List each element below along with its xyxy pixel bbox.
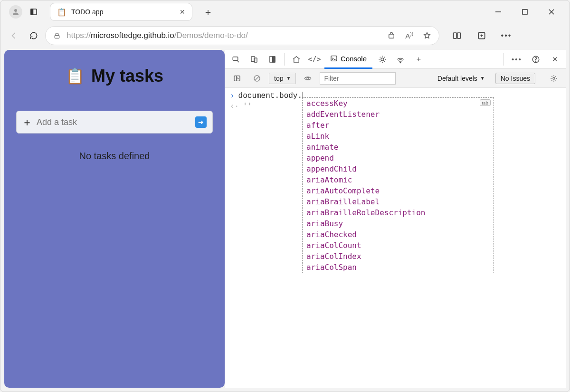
- devtools-close-button[interactable]: ✕: [547, 52, 563, 67]
- svg-rect-4: [522, 10, 527, 14]
- autocomplete-item[interactable]: ariaBusy: [303, 218, 494, 229]
- scroll-thumb[interactable]: [494, 105, 494, 143]
- page-title: 📋 My tasks: [66, 66, 163, 86]
- svg-rect-7: [55, 35, 59, 38]
- url-text: https://microsoftedge.github.io/Demos/de…: [66, 31, 248, 40]
- svg-rect-10: [457, 33, 461, 38]
- autocomplete-item[interactable]: ariaChecked: [303, 229, 494, 240]
- autocomplete-item[interactable]: ariaAtomic: [303, 174, 494, 185]
- profile-button[interactable]: [9, 5, 22, 19]
- svg-line-28: [255, 76, 259, 80]
- titlebar: 📋 TODO app ✕ ＋: [0, 0, 570, 23]
- svg-rect-25: [234, 76, 240, 81]
- svg-rect-8: [389, 34, 394, 38]
- tab-hint: tab: [480, 99, 491, 106]
- plus-icon: ＋: [22, 116, 32, 129]
- dock-button[interactable]: [264, 52, 280, 67]
- url-field[interactable]: https://microsoftedge.github.io/Demos/de…: [45, 26, 439, 45]
- devtools-help-button[interactable]: [528, 52, 544, 67]
- autocomplete-item[interactable]: ariaBrailleRoleDescription: [303, 207, 494, 218]
- autocomplete-item[interactable]: append: [303, 153, 494, 163]
- scroll-down-arrow[interactable]: ▼: [494, 268, 494, 273]
- live-expression-button[interactable]: [300, 71, 316, 86]
- svg-rect-2: [31, 9, 33, 15]
- console-settings-button[interactable]: [546, 71, 562, 86]
- chevron-left-icon: ‹·: [230, 102, 239, 111]
- read-aloud-button[interactable]: A)): [405, 31, 413, 40]
- browser-window: 📋 TODO app ✕ ＋ https://microsoftedge.git…: [0, 0, 570, 392]
- device-button[interactable]: [246, 52, 262, 67]
- log-levels-selector[interactable]: Default levels ▼: [437, 75, 485, 82]
- svg-point-29: [307, 77, 309, 79]
- clear-console-button[interactable]: [249, 71, 265, 86]
- autocomplete-scrollbar[interactable]: ▲ ▼: [494, 98, 494, 273]
- maximize-button[interactable]: [519, 6, 531, 18]
- svg-rect-18: [273, 57, 275, 62]
- autocomplete-item[interactable]: ariaColIndex: [303, 251, 494, 262]
- more-button[interactable]: •••: [500, 29, 513, 42]
- autocomplete-item[interactable]: ariaColCount: [303, 240, 494, 251]
- more-tabs-button[interactable]: ＋: [410, 52, 427, 67]
- autocomplete-item[interactable]: appendChild: [303, 163, 494, 174]
- clipboard-icon: 📋: [57, 8, 66, 17]
- autocomplete-item[interactable]: animate: [303, 142, 494, 153]
- tab-title: TODO app: [71, 8, 175, 16]
- lock-icon: [53, 32, 61, 39]
- svg-rect-9: [454, 33, 457, 38]
- empty-state: No tasks defined: [79, 151, 150, 162]
- console-filter-input[interactable]: [320, 72, 396, 85]
- collections-button[interactable]: [475, 29, 488, 42]
- autocomplete-item[interactable]: after: [303, 120, 494, 131]
- autocomplete-item[interactable]: ariaColSpan: [303, 262, 494, 273]
- autocomplete-item[interactable]: addEventListener: [303, 109, 494, 120]
- clipboard-icon: 📋: [66, 67, 85, 85]
- elements-tab[interactable]: </>: [306, 52, 323, 67]
- todo-page: 📋 My tasks ＋ ➔ No tasks defined: [4, 50, 225, 388]
- close-window-button[interactable]: [546, 6, 557, 18]
- add-task-input[interactable]: [37, 117, 190, 127]
- refresh-button[interactable]: [25, 27, 42, 44]
- back-button[interactable]: [5, 27, 22, 44]
- context-selector[interactable]: top ▼: [269, 73, 296, 84]
- console-toolbar: top ▼ Default levels ▼ No Issues: [225, 69, 566, 88]
- autocomplete-item[interactable]: ariaAutoComplete: [303, 185, 494, 196]
- autocomplete-item[interactable]: aLink: [303, 131, 494, 142]
- minimize-button[interactable]: [493, 6, 504, 18]
- tab-actions-button[interactable]: [27, 5, 40, 19]
- scroll-up-arrow[interactable]: ▲: [494, 98, 494, 103]
- split-screen-button[interactable]: [451, 29, 463, 42]
- chevron-right-icon: ›: [230, 92, 235, 100]
- new-tab-button[interactable]: ＋: [201, 5, 215, 19]
- network-tab[interactable]: [392, 52, 408, 67]
- devtools-more-button[interactable]: •••: [509, 52, 525, 67]
- svg-point-22: [400, 62, 401, 63]
- svg-point-24: [535, 61, 536, 61]
- devtools-panel: </> Console ＋ ••• ✕ top ▼: [225, 50, 566, 388]
- console-tab[interactable]: Console: [324, 50, 372, 69]
- add-task-field[interactable]: ＋ ➔: [16, 111, 213, 134]
- autocomplete-item[interactable]: accessKey: [303, 98, 494, 109]
- console-body[interactable]: › document.body. ‹· '' tab accessKeyaddE…: [225, 88, 566, 388]
- tab-close-button[interactable]: ✕: [180, 8, 185, 16]
- favorite-button[interactable]: [423, 31, 431, 40]
- svg-rect-19: [331, 56, 337, 61]
- shopping-icon[interactable]: [387, 31, 396, 40]
- svg-point-21: [381, 58, 384, 61]
- devtools-tabbar: </> Console ＋ ••• ✕: [225, 50, 566, 69]
- welcome-tab[interactable]: [288, 52, 304, 67]
- browser-tab[interactable]: 📋 TODO app ✕: [50, 3, 192, 21]
- address-bar: https://microsoftedge.github.io/Demos/de…: [0, 23, 570, 48]
- sources-tab[interactable]: [374, 52, 390, 67]
- svg-point-0: [14, 9, 17, 12]
- sidebar-toggle[interactable]: [229, 71, 245, 86]
- autocomplete-item[interactable]: ariaBrailleLabel: [303, 196, 494, 207]
- inspect-button[interactable]: [228, 52, 244, 67]
- autocomplete-popup[interactable]: tab accessKeyaddEventListenerafteraLinka…: [302, 97, 494, 273]
- issues-button[interactable]: No Issues: [495, 73, 535, 84]
- svg-point-30: [553, 77, 555, 79]
- submit-task-button[interactable]: ➔: [195, 116, 207, 128]
